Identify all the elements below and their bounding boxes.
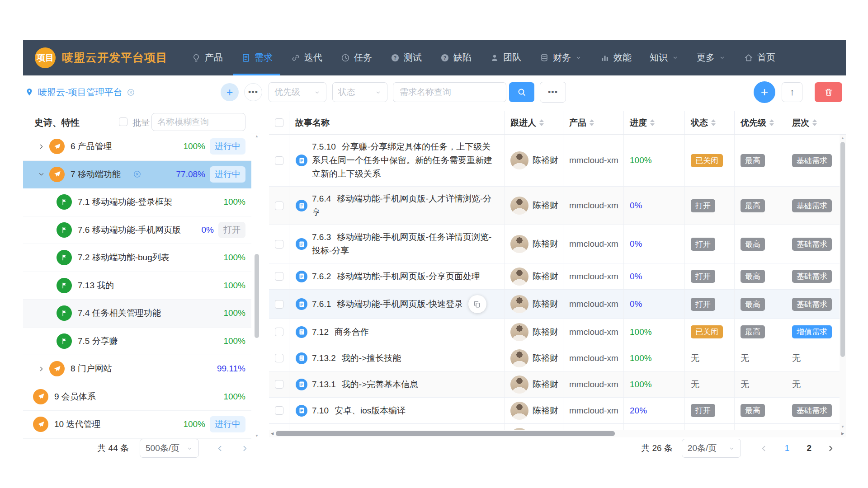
clear-selection-icon[interactable] — [133, 170, 142, 178]
scroll-left-icon[interactable]: ◀ — [269, 430, 275, 437]
tree-item[interactable]: 7 移动端功能77.08%进行中 — [23, 161, 251, 189]
column-header[interactable]: 产品 — [563, 111, 624, 134]
table-row[interactable]: 7.12商务合作陈裕财mmcloud-xm100%已关闭最高增值需求 — [269, 319, 846, 345]
story-title[interactable]: 7.6.4移动端功能-手机网页版-人才详情浏览-分享 — [312, 192, 497, 219]
sort-icon[interactable] — [711, 119, 716, 126]
row-checkbox[interactable] — [275, 240, 283, 249]
table-row[interactable]: 7.5.10分享赚-分享绑定具体的任务，上下级关系只在同一个任务中保留。新的任务… — [269, 135, 846, 187]
table-row[interactable]: 7.10安卓、ios版本编译陈裕财mmcloud-xm20%打开最高基础需求 — [269, 398, 846, 424]
table-row[interactable]: 7.13.1我的->完善基本信息陈裕财mmcloud-xm100%无无无 — [269, 371, 846, 398]
sort-icon[interactable] — [769, 119, 774, 126]
scroll-right-icon[interactable]: ▶ — [840, 430, 846, 437]
column-header[interactable]: 层次 — [786, 111, 846, 134]
story-title[interactable]: 7.6.1移动端功能-手机网页版-快速登录 — [312, 297, 463, 311]
sort-icon[interactable] — [539, 119, 544, 126]
priority-select[interactable]: 优先级 — [269, 82, 326, 102]
delete-button[interactable] — [815, 82, 842, 102]
sort-icon[interactable] — [650, 119, 655, 126]
table-row[interactable]: 7.13.2我的->擅长技能陈裕财mmcloud-xm100%无无无 — [269, 345, 846, 371]
table-page-size-select[interactable]: 20条/页 — [682, 439, 741, 458]
tree-item[interactable]: 7.13 我的100% — [23, 272, 251, 300]
story-title[interactable]: 7.13.1我的->完善基本信息 — [312, 378, 418, 391]
column-header[interactable]: 状态 — [685, 111, 735, 134]
select-all-checkbox[interactable] — [275, 118, 283, 127]
sort-icon[interactable] — [812, 119, 817, 126]
status-select[interactable]: 状态 — [332, 82, 387, 102]
row-checkbox[interactable] — [275, 272, 283, 281]
nav-item-knowledge[interactable]: 知识 — [650, 40, 679, 75]
nav-item-home[interactable]: 首页 — [744, 40, 775, 75]
expand-icon[interactable] — [38, 366, 45, 372]
tree-item[interactable]: 7.5 分享赚100% — [23, 328, 251, 356]
export-up-button[interactable]: ↑ — [782, 82, 802, 102]
nav-item-defect[interactable]: ?缺陷 — [440, 40, 472, 75]
row-checkbox[interactable] — [275, 406, 283, 415]
copy-icon[interactable] — [468, 295, 486, 313]
story-title[interactable]: 7.6.2移动端功能-手机网页版-分享页面处理 — [312, 270, 480, 283]
scroll-down-icon[interactable]: ▼ — [254, 432, 260, 439]
nav-item-team[interactable]: 团队 — [490, 40, 521, 75]
column-header[interactable]: 跟进人 — [505, 111, 563, 134]
add-filter-button[interactable]: + — [221, 83, 239, 101]
breadcrumb-close-icon[interactable] — [127, 88, 135, 97]
scroll-up-icon[interactable]: ▲ — [254, 133, 260, 139]
table-row[interactable]: 7.6.4移动端功能-手机网页版-人才详情浏览-分享陈裕财mmcloud-xm0… — [269, 187, 846, 225]
tree-item[interactable]: 7.6 移动端功能-手机网页版0%打开 — [23, 216, 251, 244]
tree-item[interactable]: 8 门户网站99.11% — [23, 355, 251, 383]
table-row[interactable]: 7.6.1移动端功能-手机网页版-快速登录陈裕财mmcloud-xm0%打开最高… — [269, 290, 846, 319]
expand-icon[interactable] — [38, 143, 45, 150]
nav-item-more[interactable]: 更多 — [697, 40, 726, 75]
nav-item-finance[interactable]: 财务 — [539, 40, 582, 75]
scroll-down-icon[interactable]: ▼ — [840, 423, 846, 430]
tree-next-page-icon[interactable] — [241, 445, 249, 452]
nav-item-iteration[interactable]: 迭代 — [291, 40, 322, 75]
column-header[interactable]: 优先级 — [735, 111, 786, 134]
nav-item-task[interactable]: 任务 — [340, 40, 372, 75]
nav-item-product[interactable]: 产品 — [191, 40, 223, 75]
tree-filter-input[interactable] — [151, 113, 245, 131]
row-checkbox[interactable] — [275, 300, 283, 309]
tree-item[interactable]: 7.2 移动端功能-bug列表100% — [23, 244, 251, 272]
tree-item[interactable]: 7.4 任务相关管理功能100% — [23, 300, 251, 328]
row-checkbox[interactable] — [275, 202, 283, 210]
nav-item-requirement[interactable]: 需求 — [241, 40, 273, 75]
table-scrollbar-thumb[interactable] — [840, 142, 845, 357]
table-row[interactable]: 7.9通讯录选人时，不显示用户编号，只显示用 — [269, 424, 846, 430]
top-navbar: 项目 唛盟云开发平台项目 产品需求迭代任务?测试?缺陷团队财务效能知识更多首页 — [23, 40, 846, 75]
row-checkbox[interactable] — [275, 380, 283, 389]
tree-item[interactable]: 9 会员体系100% — [23, 383, 251, 411]
table-row[interactable]: 7.6.2移动端功能-手机网页版-分享页面处理陈裕财mmcloud-xm0%打开… — [269, 263, 846, 290]
tree-page-size-select[interactable]: 500条/页 — [140, 439, 199, 458]
table-hscrollbar-thumb[interactable] — [276, 431, 615, 436]
table-row[interactable]: 7.6.3移动端功能-手机网页版-任务详情页浏览-投标-分享陈裕财mmcloud… — [269, 225, 846, 263]
row-checkbox[interactable] — [275, 156, 283, 165]
story-search-input[interactable] — [393, 82, 506, 102]
nav-item-test[interactable]: ?测试 — [390, 40, 422, 75]
add-story-button[interactable]: + — [754, 81, 775, 103]
story-title[interactable]: 7.13.2我的->擅长技能 — [312, 352, 401, 365]
page-number-2[interactable]: 2 — [807, 443, 811, 453]
tree-item[interactable]: 7.1 移动端功能-登录框架100% — [23, 188, 251, 216]
story-title[interactable]: 7.6.3移动端功能-手机网页版-任务详情页浏览-投标-分享 — [312, 230, 497, 258]
row-checkbox[interactable] — [275, 328, 283, 336]
nav-item-performance[interactable]: 效能 — [600, 40, 632, 75]
story-title[interactable]: 7.5.10分享赚-分享绑定具体的任务，上下级关系只在同一个任务中保留。新的任务… — [312, 140, 497, 181]
collapse-icon[interactable] — [38, 171, 45, 178]
column-header[interactable]: 进度 — [624, 111, 685, 134]
tree-item[interactable]: 6 产品管理100%进行中 — [23, 133, 251, 161]
table-prev-page-icon[interactable] — [760, 445, 768, 452]
more-actions-button[interactable]: ••• — [540, 82, 566, 103]
scroll-up-icon[interactable]: ▲ — [840, 135, 846, 141]
table-next-page-icon[interactable] — [827, 445, 835, 452]
row-checkbox[interactable] — [275, 354, 283, 362]
page-number-1[interactable]: 1 — [785, 443, 790, 453]
more-filter-button[interactable]: ••• — [244, 83, 262, 101]
story-title[interactable]: 7.12商务合作 — [312, 325, 369, 339]
sort-icon[interactable] — [590, 119, 594, 126]
tree-scrollbar-thumb[interactable] — [255, 254, 259, 338]
story-title[interactable]: 7.10安卓、ios版本编译 — [312, 404, 406, 418]
tree-prev-page-icon[interactable] — [216, 445, 224, 452]
tree-item[interactable]: 10 迭代管理100%进行中 — [23, 411, 251, 439]
batch-checkbox[interactable] — [119, 117, 127, 126]
search-button[interactable] — [509, 82, 534, 102]
